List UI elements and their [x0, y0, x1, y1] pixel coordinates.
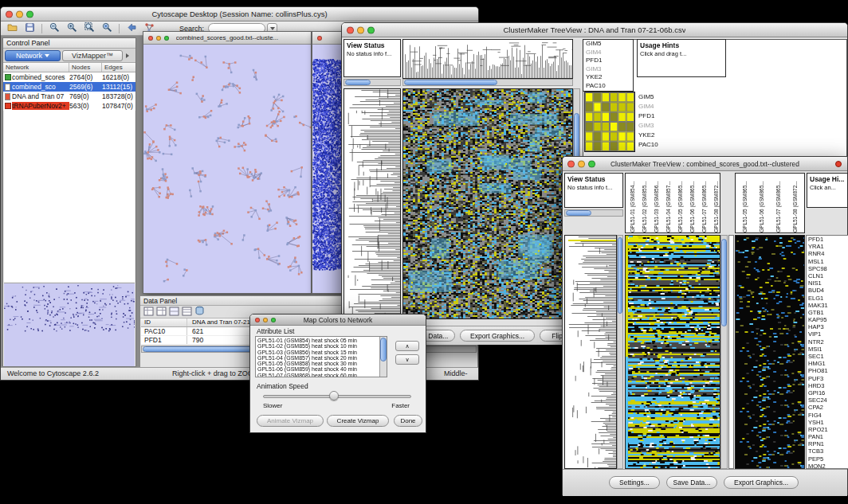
gene-label[interactable]: PFD1 — [583, 57, 633, 65]
gene-label[interactable]: PAC10 — [638, 140, 658, 150]
heatmap-canvas[interactable] — [625, 235, 720, 469]
window-badge-icon[interactable] — [835, 161, 842, 167]
gene-label[interactable]: GPI16 — [807, 389, 848, 397]
gene-label[interactable]: GTB1 — [807, 309, 848, 316]
gene-label[interactable]: CPA2 — [807, 404, 848, 411]
attribute-item[interactable]: GPL51-02 (GSM855) heat shock 10 min — [256, 343, 379, 349]
birdseye-button[interactable] — [124, 22, 139, 35]
vertical-scrollbar[interactable] — [379, 337, 387, 377]
gene-label[interactable]: SPC98 — [807, 265, 848, 272]
attribute-item[interactable]: GPL51-01 (GSM854) heat shock 05 min — [256, 338, 379, 343]
zoom-button[interactable] — [26, 10, 33, 18]
open-button[interactable] — [4, 22, 20, 35]
attribute-list[interactable]: GPL51-01 (GSM854) heat shock 05 minGPL51… — [255, 336, 387, 377]
close-button[interactable] — [347, 26, 354, 33]
zoom-button[interactable] — [164, 36, 169, 41]
gene-label[interactable]: SEC1 — [807, 353, 848, 360]
vertical-scrollbar[interactable] — [720, 235, 728, 469]
gene-label[interactable]: PEP5 — [807, 455, 848, 463]
network-overview-thumbnail[interactable] — [4, 283, 135, 366]
row-dendrogram[interactable] — [564, 235, 617, 469]
speed-slider-knob[interactable] — [329, 391, 339, 400]
gene-label[interactable]: YKE2 — [638, 131, 658, 140]
zoom-in-button[interactable] — [64, 22, 80, 35]
attribute-item[interactable]: GPL51-07 (GSM868) heat shock 60 min — [256, 373, 379, 377]
horizontal-scrollbar[interactable] — [402, 79, 573, 86]
gene-label[interactable]: PUF3 — [807, 375, 848, 382]
gene-label[interactable]: CLN1 — [807, 272, 848, 279]
gene-label[interactable]: GIM5 — [638, 92, 658, 102]
minimize-button[interactable] — [16, 10, 23, 18]
minimize-button[interactable] — [357, 26, 364, 33]
close-button[interactable] — [317, 36, 322, 41]
attribute-item[interactable]: GPL51-05 (GSM858) heat shock 30 min — [256, 361, 379, 366]
heatmap-canvas[interactable] — [402, 88, 573, 319]
close-button[interactable] — [148, 36, 153, 41]
gene-label[interactable]: GIM3 — [583, 65, 633, 74]
grid-icon[interactable] — [169, 305, 179, 319]
close-button[interactable] — [6, 10, 13, 18]
gene-label[interactable]: HAP3 — [807, 323, 848, 330]
attribute-item[interactable]: GPL51-06 (GSM859) heat shock 40 min — [256, 366, 379, 372]
column-dendrogram[interactable] — [402, 39, 573, 79]
scrollbar-thumb[interactable] — [380, 338, 387, 361]
network-row-selected[interactable]: combined_sco 2569(6) 13112(15) — [3, 82, 135, 92]
gene-label[interactable]: GIM4 — [638, 102, 658, 111]
zoom-fit-button[interactable] — [81, 22, 97, 35]
network-canvas[interactable] — [143, 45, 311, 293]
attribute-item[interactable]: GPL51-04 (GSM857) heat shock 20 min — [256, 355, 379, 361]
gene-label[interactable]: FIG4 — [807, 412, 848, 419]
grid-icon[interactable] — [143, 305, 154, 319]
treeview-dna-titlebar[interactable]: ClusterMaker TreeView : DNA and Tran 07-… — [342, 23, 847, 37]
attribute-item[interactable]: GPL51-03 (GSM856) heat shock 15 min — [256, 350, 379, 355]
scrollbar-thumb[interactable] — [404, 80, 497, 85]
dialog-titlebar[interactable]: Map Colors to Network — [250, 315, 426, 326]
gene-label[interactable]: YKE2 — [583, 73, 633, 82]
gene-label[interactable]: BUD4 — [807, 287, 848, 294]
gene-label[interactable]: GIM5 — [583, 40, 633, 49]
gene-label[interactable]: ELG1 — [807, 295, 848, 302]
done-button[interactable]: Done — [394, 415, 422, 427]
horizontal-scrollbar[interactable] — [344, 79, 401, 86]
zoom-selected-button[interactable] — [99, 22, 115, 35]
zoom-heatmap-canvas[interactable] — [735, 235, 805, 469]
gene-label[interactable]: KAP95 — [807, 316, 848, 323]
gene-label[interactable]: MON2 — [807, 463, 848, 469]
tab-network[interactable]: Network — [5, 50, 61, 61]
scrollbar-thumb[interactable] — [345, 80, 371, 85]
tab-vizmapper[interactable]: VizMapper™ — [62, 50, 123, 61]
gene-label[interactable]: VIP1 — [807, 330, 848, 338]
minimize-button[interactable] — [578, 160, 585, 167]
network-view-titlebar[interactable]: combined_scores_good.txt--cluste... — [143, 32, 311, 45]
gene-label[interactable]: TCB3 — [807, 447, 848, 455]
row-dendrogram[interactable] — [344, 88, 401, 319]
grid-icon[interactable] — [156, 305, 167, 319]
gene-label[interactable]: PFD1 — [807, 236, 848, 243]
settings-button[interactable]: Settings... — [609, 476, 660, 489]
gene-label[interactable]: PAC10 — [583, 82, 633, 91]
export-graphics-button[interactable]: Export Graphics... — [724, 476, 799, 489]
gene-label[interactable]: HMG1 — [807, 360, 848, 367]
network-row[interactable]: combined_scores 2764(0) 16218(0) — [3, 72, 135, 82]
gene-label[interactable]: PHO81 — [807, 367, 848, 374]
gene-label[interactable]: MAK31 — [807, 302, 848, 309]
gene-label[interactable]: MSI1 — [807, 346, 848, 353]
export-graphics-button[interactable]: Export Graphics... — [460, 330, 535, 342]
save-data-button[interactable]: Save Data... — [666, 476, 717, 489]
minimize-button[interactable] — [263, 318, 268, 322]
network-row[interactable]: tRNAPuberNov2+ 563(0) 107847(0) — [3, 101, 135, 111]
gene-label[interactable]: RPN1 — [807, 440, 848, 447]
gene-label[interactable]: MSL1 — [807, 258, 848, 265]
minimize-button[interactable] — [156, 36, 161, 41]
gene-label[interactable]: HRD3 — [807, 382, 848, 389]
move-up-button[interactable]: ∧ — [395, 341, 419, 351]
scrollbar-thumb[interactable] — [721, 239, 727, 326]
zoom-out-button[interactable] — [46, 22, 62, 35]
correlation-matrix[interactable] — [584, 92, 635, 152]
scrollbar-thumb[interactable] — [566, 210, 591, 216]
gene-label[interactable]: YSH1 — [807, 419, 848, 426]
horizontal-scrollbar[interactable] — [564, 209, 623, 217]
zoom-button[interactable] — [588, 160, 595, 167]
save-button[interactable] — [22, 22, 37, 35]
zoom-button[interactable] — [271, 318, 276, 322]
